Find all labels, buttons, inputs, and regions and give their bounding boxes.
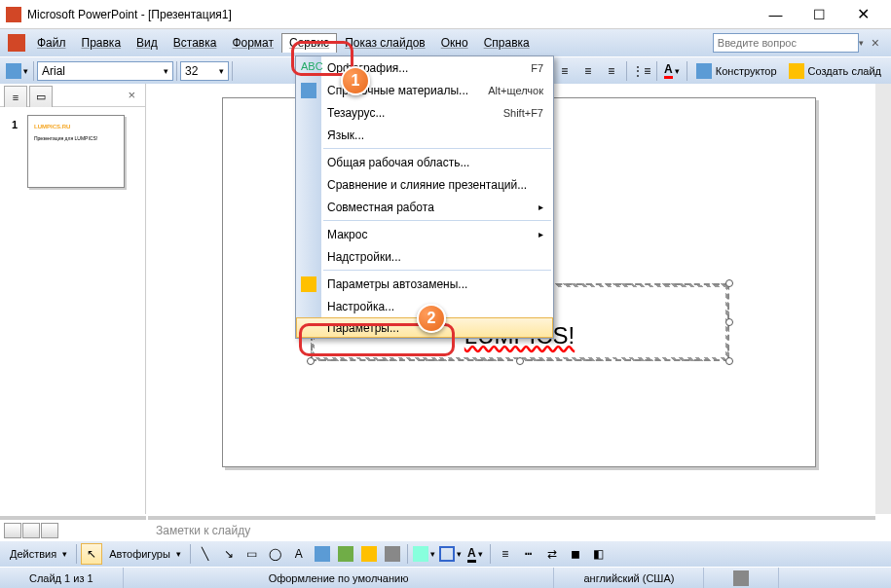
window-title: Microsoft PowerPoint - [Презентация1] xyxy=(27,8,754,21)
drawing-toolbar: Действия ↖ Автофигуры ╲ ↘ ▭ ◯ A A ≡ ┅ ⇄ … xyxy=(0,541,891,567)
actions-button[interactable]: Действия xyxy=(4,543,73,565)
minimize-button[interactable]: — xyxy=(754,1,798,28)
ask-question-input[interactable] xyxy=(713,33,859,53)
menu-edit[interactable]: Правка xyxy=(74,33,130,53)
menu-item-autocorrect[interactable]: Параметры автозамены... xyxy=(296,273,553,295)
line-button[interactable]: ╲ xyxy=(195,543,216,565)
slide-number: 1 xyxy=(12,119,18,130)
text-color-button[interactable]: A xyxy=(464,543,486,565)
diagram-button[interactable] xyxy=(335,543,356,565)
line-color-button[interactable] xyxy=(438,543,463,565)
resize-handle[interactable] xyxy=(725,279,733,287)
app-icon xyxy=(6,7,21,22)
vertical-scrollbar[interactable] xyxy=(875,84,891,514)
menu-item-spelling[interactable]: ABC Орфография...F7 xyxy=(296,56,553,79)
font-combo[interactable]: Arial▾ xyxy=(37,61,173,81)
menu-item-workspace[interactable]: Общая рабочая область... xyxy=(296,151,553,173)
reference-icon xyxy=(301,83,316,98)
align-left-button[interactable]: ≡ xyxy=(554,60,575,82)
shadow-style-button[interactable]: ◼ xyxy=(565,543,586,565)
menu-item-addins[interactable]: Надстройки... xyxy=(296,245,553,268)
slides-tab[interactable]: ▭ xyxy=(29,86,53,107)
menu-format[interactable]: Формат xyxy=(224,33,281,53)
size-combo[interactable]: 32▾ xyxy=(180,61,229,81)
title-bar: Microsoft PowerPoint - [Презентация1] — … xyxy=(0,0,891,29)
slides-sidebar: ≡ ▭ × 1 LUMPICS.RU Презентация для LUMPI… xyxy=(0,84,146,514)
new-slide-button[interactable]: Создать слайд xyxy=(783,60,887,82)
menu-slideshow[interactable]: Показ слайдов xyxy=(337,33,433,53)
status-language[interactable]: английский (США) xyxy=(554,568,704,588)
wordart-button[interactable] xyxy=(312,543,333,565)
normal-view-button[interactable] xyxy=(4,523,21,538)
bullets-button[interactable]: ⋮≡ xyxy=(631,60,652,82)
resize-handle[interactable] xyxy=(307,357,315,365)
status-slide: Слайд 1 из 1 xyxy=(0,568,124,588)
callout-1: 1 xyxy=(341,66,370,95)
menu-item-compare[interactable]: Сравнение и слияние презентаций... xyxy=(296,173,553,196)
menu-item-reference[interactable]: Справочные материалы...Alt+щелчок xyxy=(296,79,553,101)
resize-handle[interactable] xyxy=(725,318,733,326)
resize-handle[interactable] xyxy=(725,357,733,365)
align-button[interactable] xyxy=(5,60,29,82)
doc-icon xyxy=(8,34,25,52)
menu-service[interactable]: Сервис xyxy=(281,33,337,53)
align-center-button[interactable]: ≡ xyxy=(577,60,599,82)
service-dropdown: ABC Орфография...F7 Справочные материалы… xyxy=(295,55,554,339)
menu-view[interactable]: Вид xyxy=(129,33,166,53)
close-button[interactable]: ✕ xyxy=(841,1,885,28)
maximize-button[interactable]: ☐ xyxy=(798,1,841,28)
designer-button[interactable]: Конструктор xyxy=(690,60,783,82)
slideshow-view-button[interactable] xyxy=(41,523,58,538)
menu-item-thesaurus[interactable]: Тезаурус...Shift+F7 xyxy=(296,101,553,124)
spellcheck-icon: ABC xyxy=(301,60,316,76)
font-color-button[interactable]: A xyxy=(661,60,683,82)
resize-handle[interactable] xyxy=(516,357,524,365)
sidebar-close-button[interactable]: × xyxy=(122,86,141,106)
menu-bar: Файл Правка Вид Вставка Формат Сервис По… xyxy=(0,29,891,56)
status-bar: Слайд 1 из 1 Оформление по умолчанию анг… xyxy=(0,567,891,588)
view-mode-buttons xyxy=(0,516,146,541)
select-button[interactable]: ↖ xyxy=(81,543,102,565)
align-right-button[interactable]: ≡ xyxy=(601,60,622,82)
notes-pane[interactable]: Заметки к слайду xyxy=(148,516,875,541)
arrow-button[interactable]: ↘ xyxy=(218,543,240,565)
autocorrect-icon xyxy=(301,276,316,292)
menu-file[interactable]: Файл xyxy=(29,33,74,53)
menu-window[interactable]: Окно xyxy=(433,33,476,53)
dash-style-button[interactable]: ┅ xyxy=(518,543,539,565)
line-weight-button[interactable]: ≡ xyxy=(495,543,516,565)
fill-color-button[interactable] xyxy=(412,543,436,565)
slide-thumbnail[interactable]: LUMPICS.RU Презентация для LUMPICS! xyxy=(27,115,125,188)
textbox-button[interactable]: A xyxy=(288,543,310,565)
menu-help[interactable]: Справка xyxy=(476,33,538,53)
oval-button[interactable]: ◯ xyxy=(265,543,286,565)
clipart-button[interactable] xyxy=(358,543,380,565)
callout-2: 2 xyxy=(417,304,446,333)
3d-style-button[interactable]: ◧ xyxy=(588,543,610,565)
menu-insert[interactable]: Вставка xyxy=(166,33,225,53)
status-design: Оформление по умолчанию xyxy=(124,568,555,588)
menu-item-macro[interactable]: Макрос▸ xyxy=(296,223,553,245)
sorter-view-button[interactable] xyxy=(22,523,40,538)
arrow-style-button[interactable]: ⇄ xyxy=(541,543,563,565)
rect-button[interactable]: ▭ xyxy=(241,543,263,565)
status-icon xyxy=(704,568,779,588)
autoshapes-button[interactable]: Автофигуры xyxy=(103,543,187,565)
outline-tab[interactable]: ≡ xyxy=(4,86,27,107)
menu-item-language[interactable]: Язык... xyxy=(296,124,553,146)
doc-close-button[interactable]: × xyxy=(864,35,887,51)
picture-button[interactable] xyxy=(382,543,403,565)
menu-item-collab[interactable]: Совместная работа▸ xyxy=(296,196,553,218)
